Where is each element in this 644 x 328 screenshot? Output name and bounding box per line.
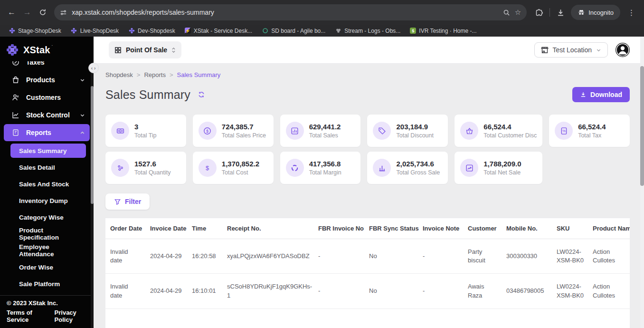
user-avatar[interactable] bbox=[616, 43, 630, 57]
sidebar-item-stock-control[interactable]: Stock Control bbox=[4, 106, 90, 124]
grid-icon bbox=[114, 47, 122, 54]
bookmark-xstak-service-desk[interactable]: ⚡ XStak - Service Desk... bbox=[181, 27, 256, 35]
url-bar[interactable]: xap.xstak.com/shopdesk/reports/sales-sum… bbox=[54, 4, 527, 20]
bookmark-ivr-testing[interactable]: $ IVR Testing · Home -... bbox=[406, 27, 480, 35]
sidebar-item-reports[interactable]: Reports bbox=[4, 124, 90, 141]
submenu-sale-platform[interactable]: Sale Platform bbox=[10, 277, 86, 291]
submenu-product-specification[interactable]: Product Specification bbox=[10, 227, 86, 241]
app-shell: XStak ˙ Taxes Products Custo bbox=[0, 37, 644, 328]
svg-text:%: % bbox=[562, 129, 566, 133]
bookmark-label: Stream - Logs - Obs... bbox=[344, 28, 400, 34]
stat-card-total-tax: % 66,524.4Total Tax bbox=[549, 115, 630, 147]
stat-card-total-discount: 203,184.9Total Discount bbox=[367, 115, 448, 147]
chevron-up-icon bbox=[80, 130, 85, 135]
submenu-order-wise[interactable]: Order Wise bbox=[10, 260, 86, 274]
filter-label: Filter bbox=[125, 198, 141, 205]
brand-mark: ˙ bbox=[52, 44, 54, 50]
submenu-category-wise[interactable]: Category Wise bbox=[10, 210, 86, 224]
sidebar-item-taxes[interactable]: Taxes bbox=[4, 61, 90, 71]
bookmark-live-shopdesk[interactable]: Live-ShopDesk bbox=[67, 27, 123, 35]
col-fbr-sync-status: FBR Sync Status bbox=[364, 218, 418, 239]
submenu-inventory-dump[interactable]: Inventory Dump bbox=[10, 193, 86, 208]
table-row[interactable]: Invalid date 2024-04-29 16:20:58 xyaLPQj… bbox=[105, 239, 630, 274]
sidebar-collapse-toggle[interactable]: ‹ › bbox=[88, 63, 99, 73]
reload-icon[interactable] bbox=[36, 5, 50, 20]
stat-card-total-gross-sale: 2,025,734.6Total Gross Sale bbox=[367, 152, 448, 184]
bookmark-star-icon[interactable]: ☆ bbox=[515, 8, 521, 17]
stock-control-icon bbox=[11, 111, 19, 119]
sidebar-item-customers[interactable]: Customers bbox=[4, 89, 90, 106]
stat-card-total-sales: 629,441.2Total Sales bbox=[280, 115, 361, 147]
back-icon[interactable]: ← bbox=[5, 5, 19, 20]
basket-icon bbox=[460, 122, 478, 140]
downloads-icon[interactable] bbox=[554, 6, 567, 19]
bookmark-stream-logs[interactable]: Stream - Logs - Obs... bbox=[331, 27, 404, 35]
download-label: Download bbox=[590, 91, 622, 98]
sidebar-item-label: Products bbox=[26, 76, 73, 84]
page-scrollbar[interactable] bbox=[640, 37, 644, 328]
download-button[interactable]: Download bbox=[572, 87, 630, 102]
col-mobile-no: Mobile No. bbox=[502, 218, 552, 239]
module-switcher-button[interactable]: Point Of Sale bbox=[109, 41, 181, 58]
col-invoice-note: Invoice Note bbox=[418, 218, 463, 239]
filter-button[interactable]: Filter bbox=[105, 193, 150, 210]
reports-submenu: Sales Summary Sales Detail Sales And Sto… bbox=[0, 144, 94, 291]
download-icon bbox=[580, 91, 587, 98]
bookmark-sd-board[interactable]: SD board - Agile bo... bbox=[258, 27, 329, 35]
tag-icon bbox=[373, 122, 391, 140]
extensions-icon[interactable] bbox=[532, 6, 546, 19]
privacy-policy-link[interactable]: Privacy Policy bbox=[55, 309, 87, 323]
brand[interactable]: XStak ˙ bbox=[0, 37, 94, 61]
sd-board-favicon bbox=[262, 28, 268, 34]
stat-card-total-margin: 417,356.8Total Margin bbox=[280, 152, 361, 184]
products-icon bbox=[11, 76, 19, 84]
menu-dots-icon[interactable]: ⋮ bbox=[624, 5, 639, 20]
bookmark-dev-shopdesk[interactable]: Dev-Shopdesk bbox=[124, 27, 179, 35]
breadcrumb-shopdesk[interactable]: Shopdesk bbox=[105, 71, 133, 78]
taxes-icon bbox=[11, 61, 19, 67]
col-time: Time bbox=[187, 218, 222, 239]
forward-icon[interactable]: → bbox=[20, 5, 34, 20]
stat-card-total-sales-price: $ 724,385.7Total Sales Price bbox=[193, 115, 274, 147]
browser-toolbar: ← → xap.xstak.com/shopdesk/reports/sales… bbox=[0, 0, 644, 25]
sidebar-item-label: Reports bbox=[26, 129, 73, 136]
sidebar-item-products[interactable]: Products bbox=[4, 71, 90, 88]
sidebar-nav: Taxes Products Customers Stock Control bbox=[0, 61, 94, 295]
dots-icon bbox=[111, 159, 129, 177]
incognito-badge[interactable]: Incognito bbox=[571, 5, 620, 20]
reports-icon bbox=[11, 129, 19, 137]
stats-cards: 3Total Tip $ 724,385.7Total Sales Price … bbox=[105, 115, 630, 184]
table-row[interactable]: Invalid date 2024-04-29 16:10:01 sCSoH8Y… bbox=[105, 274, 630, 309]
funnel-icon bbox=[114, 198, 121, 205]
donut-icon bbox=[286, 159, 304, 177]
col-order-date: Order Date bbox=[105, 218, 145, 239]
location-label: Test Location bbox=[553, 46, 592, 54]
bookmark-stage-shopdesk[interactable]: Stage-ShopDesk bbox=[5, 27, 65, 35]
submenu-sales-detail[interactable]: Sales Detail bbox=[10, 160, 86, 174]
bookmarks-bar: Stage-ShopDesk Live-ShopDesk Dev-Shopdes… bbox=[0, 25, 644, 37]
sidebar: XStak ˙ Taxes Products Custo bbox=[0, 37, 94, 328]
refresh-icon[interactable] bbox=[198, 91, 205, 98]
dollar-circle-icon: $ bbox=[199, 122, 217, 140]
submenu-sales-summary[interactable]: Sales Summary bbox=[10, 144, 86, 158]
search-icon[interactable] bbox=[503, 9, 510, 16]
page-scrollbar-thumb[interactable] bbox=[640, 66, 644, 186]
breadcrumb-current: Sales Summary bbox=[177, 71, 221, 78]
submenu-sales-and-stock[interactable]: Sales And Stock bbox=[10, 177, 86, 191]
trend-square-icon bbox=[460, 159, 478, 177]
app-topbar: Point Of Sale Test Location bbox=[94, 37, 644, 64]
copyright-text: © 2023 XStak Inc. bbox=[7, 299, 87, 307]
stat-card-total-quantity: 1527.6Total Quantity bbox=[105, 152, 186, 184]
store-icon bbox=[541, 46, 549, 54]
breadcrumb-reports[interactable]: Reports bbox=[144, 71, 166, 78]
brand-name: XStak bbox=[23, 45, 50, 56]
table-header-row: Order Date Invoice Date Time Receipt No.… bbox=[105, 218, 630, 239]
sidebar-footer: © 2023 XStak Inc. Terms of Service Priva… bbox=[0, 295, 94, 328]
submenu-employee-attendance[interactable]: Employee Attendance bbox=[10, 243, 86, 258]
col-product-name: Product Name bbox=[588, 218, 630, 239]
terms-of-service-link[interactable]: Terms of Service bbox=[7, 309, 45, 323]
site-info-icon[interactable] bbox=[60, 9, 67, 16]
stat-card-total-net-sale: 1,788,209.0Total Net Sale bbox=[455, 152, 542, 184]
stat-card-total-customer-disc: 66,524.4Total Customer Disc bbox=[455, 115, 542, 147]
location-selector[interactable]: Test Location bbox=[534, 42, 608, 58]
